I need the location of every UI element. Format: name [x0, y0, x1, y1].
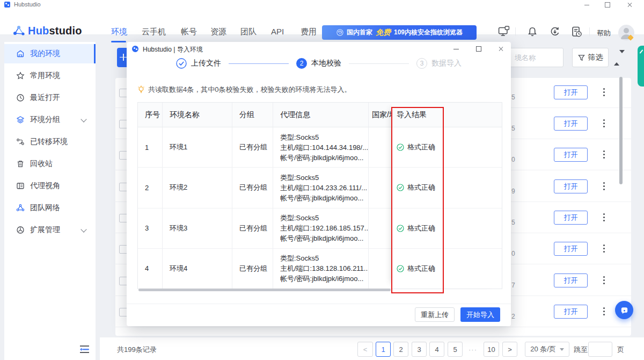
banner-suffix: 109内核安全指纹浏览器	[394, 28, 463, 37]
promo-banner[interactable]: 国内首家 免费 109内核安全指纹浏览器	[322, 25, 477, 40]
sidebar-item-favorite-environments[interactable]: 常用环境	[4, 66, 96, 85]
open-env-button[interactable]: 打开	[554, 305, 588, 319]
filter-button[interactable]: 筛选	[572, 48, 609, 67]
step-label: 本地校验	[311, 59, 341, 68]
extension-icon	[16, 226, 25, 234]
cell-proxy-info: 类型:Socks5主机/端口:104.233.26.111/...帐号/密码:j…	[273, 168, 369, 207]
sort-toggle-icon[interactable]	[614, 53, 619, 65]
pagination-page-1[interactable]: 1	[376, 342, 391, 357]
nav-account[interactable]: 帐号	[181, 27, 197, 39]
sync-download-icon[interactable]	[550, 26, 560, 37]
open-env-button[interactable]: 打开	[554, 179, 588, 193]
result-text: 格式正确	[407, 224, 435, 233]
modal-close-icon[interactable]	[496, 45, 506, 53]
sidebar-item-my-environments[interactable]: 我的环境	[4, 44, 96, 63]
more-actions-icon[interactable]	[600, 244, 608, 253]
sidebar-item-label: 环境分组	[30, 115, 60, 125]
brand-hub: Hub	[28, 25, 49, 37]
open-env-button[interactable]: 打开	[554, 273, 588, 287]
cell-env-name: 环境3	[163, 208, 232, 248]
more-actions-icon[interactable]	[600, 119, 608, 128]
cell-env-name: 环境4	[163, 249, 232, 289]
cell-group: 已有分组	[232, 249, 273, 289]
more-actions-icon[interactable]	[600, 276, 608, 285]
window-minimize-icon[interactable]	[581, 0, 592, 10]
cell-import-result: 格式正确	[392, 208, 502, 249]
nav-cloud-phone[interactable]: 云手机	[142, 27, 166, 39]
sidebar-item-environment-groups[interactable]: 环境分组	[4, 110, 96, 129]
sidebar-item-team-network[interactable]: 团队网络	[4, 198, 96, 218]
modal-title: Hubstudio | 导入环境	[143, 45, 203, 54]
page-size-select[interactable]: 20 条/页	[525, 342, 569, 357]
nav-resources[interactable]: 资源	[210, 27, 226, 39]
sidebar-item-transferred-environments[interactable]: 已转移环境	[4, 132, 96, 152]
result-text: 格式正确	[407, 183, 435, 192]
nav-environment[interactable]: 环境	[111, 27, 127, 39]
history-log-icon[interactable]	[571, 26, 582, 37]
table-row-actions: 打开	[554, 85, 618, 99]
open-env-button[interactable]: 打开	[554, 242, 588, 256]
pagination-page-4[interactable]: 4	[429, 342, 444, 357]
pagination-page-3[interactable]: 3	[412, 342, 427, 357]
step-number: 3	[416, 58, 427, 69]
pagination-page-5[interactable]: 5	[448, 342, 463, 357]
more-actions-icon[interactable]	[600, 150, 608, 159]
row-partial-text: 5	[511, 93, 515, 101]
help-link[interactable]: 帮助	[597, 28, 611, 38]
start-import-button[interactable]: 开始导入	[460, 307, 500, 322]
sidebar-item-recycle-bin[interactable]: 回收站	[4, 154, 96, 174]
check-circle-icon	[397, 265, 404, 272]
more-actions-icon[interactable]	[600, 182, 608, 191]
jump-label: 跳至	[574, 345, 588, 355]
open-env-button[interactable]: 打开	[554, 211, 588, 225]
open-env-button[interactable]: 打开	[554, 85, 588, 99]
pagination-ellipsis[interactable]: ···	[465, 342, 481, 357]
side-ribbon-tab[interactable]	[638, 46, 644, 87]
nav-active-underline	[111, 41, 126, 42]
more-actions-icon[interactable]	[600, 213, 608, 222]
more-actions-icon[interactable]	[600, 307, 608, 316]
sidebar-item-proxy-view[interactable]: 代理视角	[4, 176, 96, 196]
collapse-sidebar-icon[interactable]	[79, 345, 90, 354]
network-icon	[16, 204, 25, 212]
app-header: Hubstudio 环境 云手机 帐号 资源 团队 API 费用 国内首家 免费…	[0, 10, 644, 35]
step-local-validation: 2 本地校验	[296, 58, 341, 69]
cell-index: 1	[138, 127, 163, 167]
step-data-import: 3 数据导入	[416, 58, 462, 69]
sidebar-item-extension-management[interactable]: 扩展管理	[4, 220, 96, 240]
sidebar-item-recently-opened[interactable]: 最近打开	[4, 88, 96, 107]
table-row-actions: 打开	[554, 305, 618, 319]
pagination-next[interactable]: >	[502, 342, 517, 357]
table-row-actions: 打开	[554, 148, 618, 162]
jump-page-input[interactable]	[588, 342, 612, 357]
vertical-scrollbar[interactable]	[619, 77, 623, 184]
pagination-page-2[interactable]: 2	[393, 342, 408, 357]
horizontal-scrollbar[interactable]	[138, 289, 391, 291]
reupload-button[interactable]: 重新上传	[415, 307, 455, 322]
open-env-button[interactable]: 打开	[554, 148, 588, 162]
window-maximize-icon[interactable]	[602, 0, 613, 10]
header-divider	[515, 27, 516, 36]
cell-index: 3	[138, 208, 163, 248]
cell-import-result: 格式正确	[392, 127, 502, 168]
device-transfer-icon[interactable]	[498, 26, 510, 37]
pagination-page-10[interactable]: 10	[484, 342, 499, 357]
nav-team[interactable]: 团队	[240, 27, 257, 39]
sidebar-item-label: 扩展管理	[30, 225, 60, 235]
app-logo-icon	[4, 2, 10, 8]
notification-bell-icon[interactable]	[527, 26, 538, 37]
more-actions-icon[interactable]	[600, 88, 608, 97]
nav-billing[interactable]: 费用	[301, 27, 317, 39]
nav-api[interactable]: API	[271, 27, 284, 39]
open-env-button[interactable]: 打开	[554, 117, 588, 131]
row-partial-text: 0	[511, 250, 515, 257]
window-close-icon[interactable]	[624, 0, 635, 10]
transfer-icon	[16, 138, 25, 146]
sidebar-item-label: 已转移环境	[30, 137, 68, 147]
customer-service-button[interactable]	[615, 301, 633, 319]
cell-proxy-info: 类型:Socks5主机/端口:104.144.34.198/...帐号/密码:j…	[273, 127, 369, 167]
modal-maximize-icon[interactable]	[474, 45, 484, 53]
search-input[interactable]	[508, 48, 564, 67]
pagination-prev[interactable]: <	[357, 342, 373, 357]
modal-minimize-icon[interactable]	[451, 45, 461, 53]
